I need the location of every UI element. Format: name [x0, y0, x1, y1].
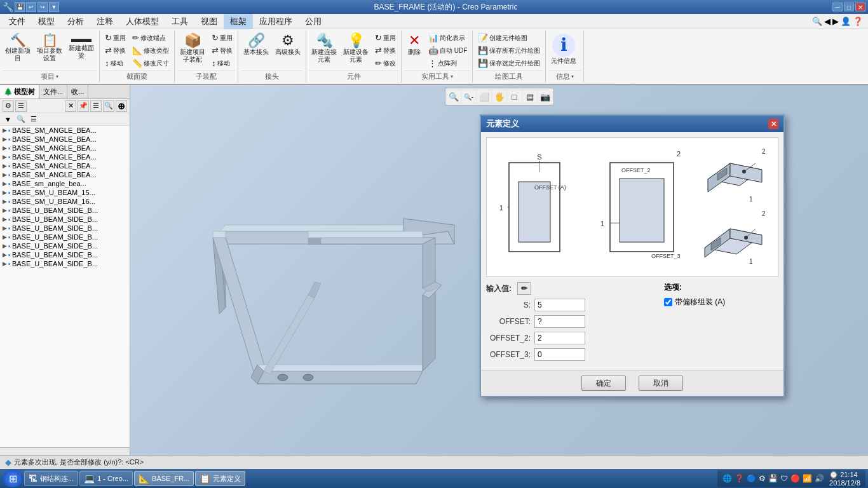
tree-item[interactable]: ▶ ▪ BASE_sm_angle_bea...	[0, 179, 130, 188]
tree-item[interactable]: ▶ ▪ BASE_U_BEAM_SIDE_B...	[0, 215, 130, 224]
dialog-close-btn[interactable]: ✕	[768, 119, 778, 129]
comp-info-btn[interactable]: ℹ 元件信息	[548, 32, 579, 67]
view-options-btn[interactable]: ▤	[523, 90, 537, 104]
project-params-btn[interactable]: 📋 项目参数设置	[34, 32, 65, 64]
point-array-btn[interactable]: ⋮ 点阵列	[426, 57, 470, 69]
menu-view[interactable]: 视图	[194, 14, 224, 29]
menu-humanmodel[interactable]: 人体模型	[119, 14, 165, 29]
menu-tools[interactable]: 工具	[165, 14, 194, 29]
taskbar-btn-steel[interactable]: 🏗 钢结构连...	[24, 471, 78, 486]
menu-model[interactable]: 模型	[32, 14, 61, 29]
tree-add-btn[interactable]: ⊕	[116, 100, 127, 112]
quick-access-save[interactable]: 💾	[15, 2, 25, 12]
checkbox-offset-assembly[interactable]: 带偏移组装 (A)	[664, 297, 778, 308]
tab-model-tree[interactable]: 🌲 模型树	[0, 85, 39, 98]
win-close-btn[interactable]: ✕	[855, 3, 865, 11]
advanced-joint-btn[interactable]: ⚙ 高级接头	[273, 32, 303, 58]
tree-settings-btn[interactable]: ⚙	[3, 100, 14, 112]
subasm-reuse-btn[interactable]: ↻ 重用	[209, 32, 235, 44]
tree-close-btn[interactable]: ✕	[65, 100, 76, 112]
new-connect-elem-btn[interactable]: 🔩 新建连接元素	[309, 32, 339, 65]
dialog-title-bar[interactable]: 元素定义 ✕	[481, 116, 783, 132]
create-new-project-btn[interactable]: 🔨 创建新项目	[3, 32, 33, 64]
input-offset[interactable]	[534, 315, 585, 328]
new-subassembly-btn[interactable]: 📦 新建项目子装配	[177, 32, 208, 65]
tree-search-btn[interactable]: 🔍	[103, 100, 114, 112]
start-button[interactable]: ⊞	[3, 470, 23, 487]
taskbar-btn-baseframe[interactable]: 📐 BASE_FR...	[134, 471, 194, 486]
tree-item[interactable]: ▶ ▪ BASE_SM_ANGLE_BEA...	[0, 126, 130, 135]
menu-common[interactable]: 公用	[299, 14, 328, 29]
menu-file[interactable]: 文件	[3, 14, 32, 29]
comp-modify-btn[interactable]: ✏ 修改	[372, 57, 398, 69]
tree-scroll-bar[interactable]	[0, 447, 130, 455]
tree-item[interactable]: ▶ ▪ BASE_U_BEAM_SIDE_B...	[0, 250, 130, 259]
auto-udf-btn[interactable]: 🤖 自动 UDF	[426, 44, 470, 57]
create-comp-drawing-btn[interactable]: 📝 创建元件绘图	[475, 32, 543, 44]
zoom-out-btn[interactable]: 🔍-	[462, 90, 476, 104]
tree-pin-btn[interactable]: 📌	[78, 100, 89, 112]
beam-modify-endpoint-btn[interactable]: ✏ 修改端点	[130, 32, 172, 44]
tree-item[interactable]: ▶ ▪ BASE_SM_U_BEAM_16...	[0, 197, 130, 206]
quick-access-redo[interactable]: ↪	[37, 2, 48, 12]
new-device-elem-btn[interactable]: 💡 新建设备元素	[341, 32, 371, 65]
nav-forward-icon[interactable]: ▶	[832, 17, 839, 26]
offset-assembly-checkbox[interactable]	[664, 298, 672, 306]
select-box-btn[interactable]: □	[508, 90, 522, 104]
tree-item[interactable]: ▶ ▪ BASE_U_BEAM_SIDE_B...	[0, 233, 130, 241]
new-cross-beam-btn[interactable]: ▬▬ 新建截面梁	[66, 32, 97, 62]
tree-item[interactable]: ▶ ▪ BASE_SM_U_BEAM_15...	[0, 188, 130, 197]
win-maximize-btn[interactable]: □	[844, 3, 854, 11]
menu-analysis[interactable]: 分析	[61, 14, 90, 29]
tree-item[interactable]: ▶ ▪ BASE_U_BEAM_SIDE_B...	[0, 206, 130, 215]
ok-button[interactable]: 确定	[581, 376, 626, 391]
menu-annotation[interactable]: 注释	[90, 14, 119, 29]
tree-filter-icon[interactable]: ☰	[29, 114, 39, 124]
taskbar-btn-creo[interactable]: 💻 1 - Creo...	[79, 471, 133, 486]
user-icon[interactable]: 👤	[841, 17, 851, 26]
comp-replace-btn[interactable]: ⇄ 替换	[372, 44, 398, 57]
menu-apps[interactable]: 应用程序	[253, 14, 299, 29]
input-s[interactable]	[534, 299, 585, 311]
tree-content[interactable]: ▶ ▪ BASE_SM_ANGLE_BEA... ▶ ▪ BASE_SM_ANG…	[0, 126, 130, 447]
comp-reuse-btn[interactable]: ↻ 重用	[372, 32, 398, 44]
tree-display-btn[interactable]: ☰	[15, 100, 27, 112]
subasm-move-btn[interactable]: ↕ 移动	[209, 57, 235, 69]
beam-move-btn[interactable]: ↕ 移动	[102, 57, 128, 69]
subasm-replace-btn[interactable]: ⇄ 替换	[209, 44, 235, 57]
beam-modify-type-btn[interactable]: 📐 修改类型	[130, 44, 172, 57]
tab-collect[interactable]: 收...	[67, 85, 88, 98]
tree-item[interactable]: ▶ ▪ BASE_SM_ANGLE_BEA...	[0, 161, 130, 170]
beam-replace-btn[interactable]: ⇄ 替换	[102, 44, 128, 57]
pencil-icon[interactable]: ✏	[517, 282, 531, 295]
basic-joint-btn[interactable]: 🔗 基本接头	[241, 32, 271, 58]
camera-btn[interactable]: 📷	[538, 90, 552, 104]
pan-btn[interactable]: 🖐	[492, 90, 506, 104]
tree-item[interactable]: ▶ ▪ BASE_U_BEAM_SIDE_B...	[0, 241, 130, 250]
zoom-in-btn[interactable]: 🔍	[447, 90, 461, 104]
win-minimize-btn[interactable]: ─	[832, 3, 843, 11]
menu-frame[interactable]: 框架	[224, 14, 253, 29]
fit-btn[interactable]: ⬜	[477, 90, 491, 104]
cancel-button[interactable]: 取消	[639, 376, 683, 391]
tree-item[interactable]: ▶ ▪ BASE_SM_ANGLE_BEA...	[0, 135, 130, 144]
tree-item[interactable]: ▶ ▪ BASE_SM_ANGLE_BEA...	[0, 170, 130, 179]
tab-file[interactable]: 文件...	[39, 85, 67, 98]
tree-filter-search-btn[interactable]: 🔍	[15, 114, 27, 124]
tree-sort-btn[interactable]: ▼	[3, 115, 13, 124]
beam-reuse-btn[interactable]: ↻ 重用	[102, 32, 128, 44]
delete-btn[interactable]: ✕ 删除	[404, 32, 424, 58]
save-selected-drawings-btn[interactable]: 💾 保存选定元件绘图	[475, 57, 543, 69]
tree-item[interactable]: ▶ ▪ BASE_U_BEAM_SIDE_B...	[0, 224, 130, 233]
tree-item[interactable]: ▶ ▪ BASE_SM_ANGLE_BEA...	[0, 152, 130, 161]
quick-access-more[interactable]: ▼	[49, 2, 59, 12]
help-icon[interactable]: ❓	[853, 17, 863, 26]
save-all-drawings-btn[interactable]: 💾 保存所有元件绘图	[475, 44, 543, 57]
tree-more-btn[interactable]: ☰	[90, 100, 102, 112]
quick-access-undo[interactable]: ↩	[26, 2, 36, 12]
tree-item[interactable]: ▶ ▪ BASE_U_BEAM_SIDE_B...	[0, 259, 130, 268]
simplify-view-btn[interactable]: 📊 简化表示	[426, 32, 470, 44]
input-offset3[interactable]	[534, 348, 585, 361]
beam-modify-dim-btn[interactable]: 📏 修改尺寸	[130, 57, 172, 69]
taskbar-btn-elemdef[interactable]: 📋 元素定义	[195, 471, 245, 486]
